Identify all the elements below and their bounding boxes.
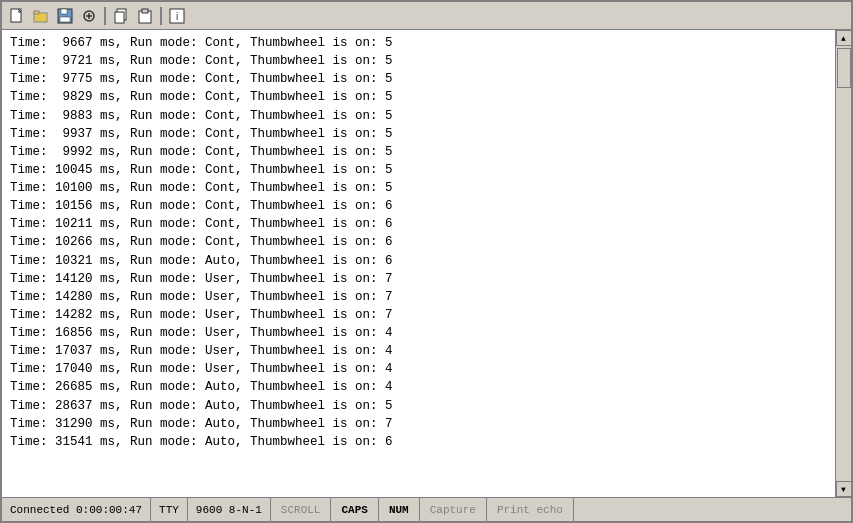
svg-rect-10: [115, 12, 124, 23]
scrollbar[interactable]: ▲ ▼: [835, 30, 851, 497]
capture-text: Capture: [430, 504, 476, 516]
log-line: Time: 10045 ms, Run mode: Cont, Thumbwhe…: [10, 161, 827, 179]
paste-button[interactable]: [134, 5, 156, 27]
num-indicator: NUM: [379, 498, 420, 521]
properties-button[interactable]: [78, 5, 100, 27]
log-line: Time: 10266 ms, Run mode: Cont, Thumbwhe…: [10, 233, 827, 251]
log-line: Time: 14282 ms, Run mode: User, Thumbwhe…: [10, 306, 827, 324]
log-line: Time: 26685 ms, Run mode: Auto, Thumbwhe…: [10, 378, 827, 396]
scroll-up-button[interactable]: ▲: [836, 30, 852, 46]
log-line: Time: 14280 ms, Run mode: User, Thumbwhe…: [10, 288, 827, 306]
tty-status: TTY: [151, 498, 188, 521]
log-line: Time: 9992 ms, Run mode: Cont, Thumbwhee…: [10, 143, 827, 161]
svg-rect-5: [60, 17, 70, 22]
separator-2: [160, 7, 162, 25]
log-line: Time: 10211 ms, Run mode: Cont, Thumbwhe…: [10, 215, 827, 233]
open-button[interactable]: [30, 5, 52, 27]
log-line: Time: 31541 ms, Run mode: Auto, Thumbwhe…: [10, 433, 827, 451]
print-echo-indicator: Print echo: [487, 498, 574, 521]
copy-button[interactable]: [110, 5, 132, 27]
main-window: i Time: 9667 ms, Run mode: Cont, Thumbwh…: [0, 0, 853, 523]
separator-1: [104, 7, 106, 25]
print-echo-text: Print echo: [497, 504, 563, 516]
baud-status: 9600 8-N-1: [188, 498, 271, 521]
log-line: Time: 28637 ms, Run mode: Auto, Thumbwhe…: [10, 397, 827, 415]
svg-rect-2: [34, 11, 39, 14]
log-line: Time: 16856 ms, Run mode: User, Thumbwhe…: [10, 324, 827, 342]
log-line: Time: 9721 ms, Run mode: Cont, Thumbwhee…: [10, 52, 827, 70]
caps-indicator: CAPS: [331, 498, 378, 521]
toolbar: i: [2, 2, 851, 30]
log-line: Time: 9829 ms, Run mode: Cont, Thumbwhee…: [10, 88, 827, 106]
tty-text: TTY: [159, 504, 179, 516]
log-line: Time: 31290 ms, Run mode: Auto, Thumbwhe…: [10, 415, 827, 433]
log-line: Time: 10321 ms, Run mode: Auto, Thumbwhe…: [10, 252, 827, 270]
capture-indicator: Capture: [420, 498, 487, 521]
svg-rect-12: [142, 9, 148, 13]
log-line: Time: 9667 ms, Run mode: Cont, Thumbwhee…: [10, 34, 827, 52]
log-line: Time: 9775 ms, Run mode: Cont, Thumbwhee…: [10, 70, 827, 88]
log-line: Time: 14120 ms, Run mode: User, Thumbwhe…: [10, 270, 827, 288]
scroll-down-button[interactable]: ▼: [836, 481, 852, 497]
scroll-text: SCROLL: [281, 504, 321, 516]
svg-rect-4: [61, 9, 67, 14]
content-area: Time: 9667 ms, Run mode: Cont, Thumbwhee…: [2, 30, 851, 497]
svg-text:i: i: [176, 11, 178, 22]
scroll-thumb[interactable]: [837, 48, 851, 88]
scroll-indicator: SCROLL: [271, 498, 332, 521]
caps-text: CAPS: [341, 504, 367, 516]
save-button[interactable]: [54, 5, 76, 27]
connection-status-text: Connected 0:00:00:47: [10, 504, 142, 516]
log-line: Time: 9883 ms, Run mode: Cont, Thumbwhee…: [10, 107, 827, 125]
new-button[interactable]: [6, 5, 28, 27]
baud-text: 9600 8-N-1: [196, 504, 262, 516]
log-line: Time: 17037 ms, Run mode: User, Thumbwhe…: [10, 342, 827, 360]
log-line: Time: 9937 ms, Run mode: Cont, Thumbwhee…: [10, 125, 827, 143]
log-line: Time: 10100 ms, Run mode: Cont, Thumbwhe…: [10, 179, 827, 197]
connection-status: Connected 0:00:00:47: [2, 498, 151, 521]
num-text: NUM: [389, 504, 409, 516]
log-output[interactable]: Time: 9667 ms, Run mode: Cont, Thumbwhee…: [2, 30, 835, 497]
log-line: Time: 17040 ms, Run mode: User, Thumbwhe…: [10, 360, 827, 378]
info-button[interactable]: i: [166, 5, 188, 27]
log-line: Time: 10156 ms, Run mode: Cont, Thumbwhe…: [10, 197, 827, 215]
statusbar: Connected 0:00:00:47 TTY 9600 8-N-1 SCRO…: [2, 497, 851, 521]
